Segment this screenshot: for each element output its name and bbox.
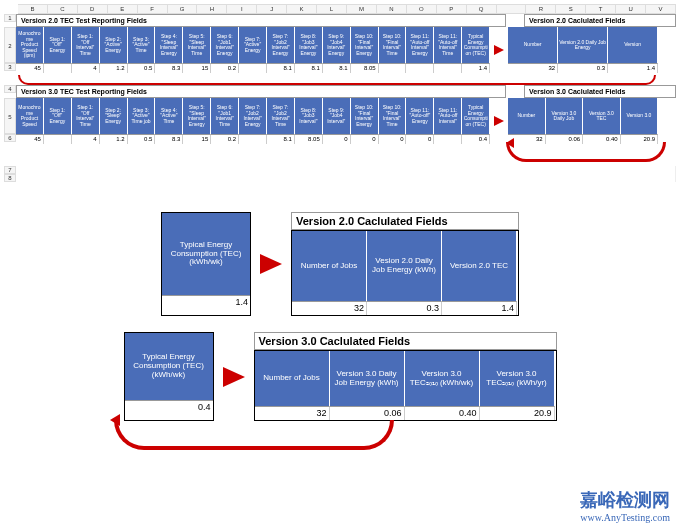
column-header: Step 1: "Off Interval" Time [72,98,100,134]
spreadsheet-column-headers: BCDEFGHIJKLMNOPQRSTUV [18,4,676,14]
row-number: 1 [4,14,16,22]
cell-value: 0 [351,134,379,144]
cell-value [434,134,462,144]
column-header: Step 1: "Off" Energy [44,98,72,134]
cell-value [379,63,407,73]
row-number: 2 [4,27,16,63]
v2-zoom-section: Typical Energy Consumption (TEC) (kWh/wk… [4,212,676,316]
v2-reporting-table: Monochrome Product Speed (ipm)Step 1: "O… [16,27,490,73]
column-header: Step 9: "Job4 Interval" Energy [323,27,351,63]
column-header: Version 3.0 TEC₂₀₁₀ (kWh/wk) [405,351,480,406]
v2-reporting-title: Version 2.0 TEC Test Reporting Fields [16,14,506,27]
cell-value [239,63,267,73]
column-header: Step 10: "Final Interval" Time [379,98,407,134]
row-number: 5 [4,98,16,134]
column-header: Step 2: "Active" Energy [100,27,128,63]
column-header: Typical Energy Consumption (TEC) [462,98,490,134]
arrow-right-icon [251,212,291,316]
v3-calc-title: Version 3.0 Caclulated Fields [524,85,676,98]
cell-value [406,63,434,73]
column-header: Step 1: "Off Interval" Time [72,27,100,63]
column-header: Number of Jobs [292,231,367,301]
cell-value [434,63,462,73]
v2-tec-value: 1.4 [162,295,250,309]
curve-arrow-icon [506,142,666,162]
watermark: 嘉峪检测网 www.AnyTesting.com [580,488,670,523]
column-header: Step 6: "Job1 Interval" Energy [211,27,239,63]
cell-value: 8.1 [323,63,351,73]
v2-tec-box: Typical Energy Consumption (TEC) (kWh/wk… [161,212,251,316]
column-header: Number [508,27,558,63]
column-header: Step 10: "Final Interval" Energy [351,98,379,134]
column-header: Step 11: "Auto-off Interval" Energy [406,27,434,63]
v3-calc-table-zoom: Number of JobsVersion 3.0 Daily Job Ener… [254,350,557,421]
column-header: Step 4: "Sleep Interval" Energy [155,27,183,63]
row-number: 4 [4,85,16,93]
column-header: Number of Jobs [255,351,330,406]
cell-value: 1.2 [100,134,128,144]
column-header: Step 5: "Sleep Interval" Time [183,27,211,63]
v2-calc-title-zoom: Version 2.0 Caclulated Fields [291,212,519,230]
arrow-right-icon [490,27,508,73]
cell-value: 0.2 [211,134,239,144]
cell-value: 1.4 [462,63,490,73]
cell-value: 8.05 [295,134,323,144]
column-header: Step 11: "Auto-off Interval" [434,98,462,134]
cell-value: 0.40 [405,406,480,420]
v3-calc-title-zoom: Version 3.0 Caclulated Fields [254,332,557,350]
cell-value: 1.4 [608,63,658,73]
cell-value: 8.3 [155,134,183,144]
column-header: Version 3.0 Daily Job [546,98,584,134]
column-header: Step 11: "Auto-off Interval" Time [434,27,462,63]
column-header: Step 8: "Job3 Interval" [295,98,323,134]
cell-value: 8.05 [351,63,379,73]
cell-value: 45 [16,134,44,144]
cell-value: 32 [508,63,558,73]
cell-value: 1.2 [100,63,128,73]
cell-value: 8.1 [267,63,295,73]
v2-calc-table: NumberVersion 2.0 Daily Job EnergyVersio… [508,27,676,73]
cell-value: 15 [183,63,211,73]
cell-value: 32 [292,301,367,315]
v3-reporting-title: Version 3.0 TEC Test Reporting Fields [16,85,506,98]
column-header: Step 10: "Final Interval" Time [379,27,407,63]
cell-value [44,63,72,73]
cell-value: 32 [255,406,330,420]
column-header: Step 7: "Job2 Interval" Time [267,98,295,134]
arrowhead-icon [506,138,514,148]
v3-tec-box: Typical Energy Consumption (TEC) (kWh/wk… [124,332,214,421]
cell-value: 0 [323,134,351,144]
row-number: 6 [4,134,16,142]
column-header: Step 8: "Job3 Interval" Energy [295,27,323,63]
column-header: Step 3: "Active" Time job [128,98,156,134]
cell-value: 0 [406,134,434,144]
column-header: Typical Energy Consumption (TEC) [462,27,490,63]
column-header: Version 3.0 TEC₂₀₁₀ (kWh/yr) [480,351,555,406]
v2-calc-title: Version 2.0 Caclulated Fields [524,14,676,27]
column-header: Version [608,27,658,63]
column-header: Step 7: "Job2 Interval" Energy [239,98,267,134]
cell-value: 20.9 [480,406,555,420]
cell-value: 8.1 [267,134,295,144]
column-header: Step 7: "Active" Energy [239,27,267,63]
column-header: Step 3: "Active" Time [128,27,156,63]
cell-value: 4 [72,63,100,73]
cell-value: 0 [379,134,407,144]
v3-tec-label: Typical Energy Consumption (TEC) (kWh/wk… [125,333,213,400]
cell-value: 0.5 [128,63,156,73]
column-header: Version 3.0 Daily Job Energy (kWh) [330,351,405,406]
column-header: Version 2.0 TEC [442,231,517,301]
row-number: 8 [4,174,16,182]
column-header: Step 9: "Job4 Interval" [323,98,351,134]
column-header: Version 2.0 Daily Job Energy [558,27,608,63]
watermark-en: www.AnyTesting.com [580,512,670,523]
cell-value: 0.3 [558,63,608,73]
arrow-right-icon [214,332,254,421]
cell-value: 8.1 [295,63,323,73]
cell-value: 0.2 [211,63,239,73]
cell-value: 0.4 [462,134,490,144]
column-header: Vesion 2.0 Daily Job Energy (kWh) [367,231,442,301]
column-header: Step 10: "Final Interval" Energy [351,27,379,63]
cell-value [239,134,267,144]
cell-value: 0.5 [128,134,156,144]
